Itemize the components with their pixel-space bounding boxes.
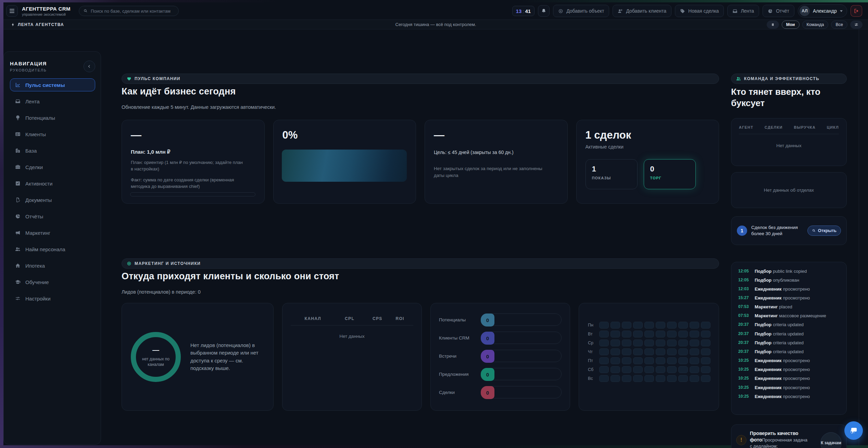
tile-showings[interactable]: 1 ПОКАЗЫ <box>586 159 638 189</box>
funnel-track: 0 <box>481 368 562 380</box>
filter-mine[interactable]: Мои <box>782 21 800 29</box>
heatmap-cell <box>690 357 699 364</box>
departments-empty: Нет данных об отделах <box>764 188 814 193</box>
sidebar-item-base[interactable]: База <box>10 144 95 157</box>
go-to-tasks-button[interactable]: К задачам <box>820 432 842 448</box>
heatmap-cell <box>599 357 609 364</box>
feed-bar-title: ЛЕНТА АГЕНТСТВА <box>11 22 64 27</box>
lightning-icon <box>11 23 15 27</box>
sidebar-item-education[interactable]: Обучение <box>10 276 95 289</box>
new-deal-label: Новая сделка <box>688 8 719 14</box>
notifications-button[interactable] <box>538 5 550 17</box>
search-input[interactable] <box>91 9 174 14</box>
add-client-label: Добавить клиента <box>626 8 666 14</box>
user-menu[interactable]: АЛ Александр <box>798 4 847 17</box>
logout-button[interactable] <box>851 5 862 17</box>
chat-fab[interactable] <box>844 421 863 440</box>
user-name: Александр <box>813 8 837 14</box>
heatmap-cell <box>678 366 688 373</box>
sidebar-item-deals[interactable]: Сделки <box>10 161 95 174</box>
team-section-label: КОМАНДА И ЭФФЕКТИВНОСТЬ <box>744 76 819 81</box>
feed-settings-button[interactable] <box>850 21 863 29</box>
pause-icon <box>771 23 775 27</box>
funnel-value-badge: 0 <box>481 368 494 381</box>
heatmap-cell <box>611 375 620 382</box>
log-entry: 20:37Подборcriteria updated <box>731 347 846 356</box>
open-stale-deals-button[interactable]: Открыть <box>807 226 841 236</box>
stale-label: Сделок без движения более 30 дней <box>751 225 803 236</box>
heatmap-cell <box>656 331 665 337</box>
sidebar-item-leads[interactable]: Потенциалы <box>10 111 95 124</box>
column-cps: CPS <box>366 316 389 321</box>
heatmap-day-label: Ср <box>588 341 596 345</box>
filter-all[interactable]: Все <box>831 21 847 29</box>
agents-table-columns: АГЕНТ СДЕЛКИ ВЫРУЧКА ЦИКЛ <box>739 125 839 134</box>
feed-button[interactable]: Лента <box>727 5 759 17</box>
background-gradient-left <box>0 0 3 448</box>
heatmap-cell <box>633 366 643 373</box>
log-entry: 20:37Подборcriteria updated <box>731 320 846 329</box>
sidebar-item-marketing[interactable]: Маркетинг <box>10 226 95 239</box>
sidebar-item-label: Клиенты <box>25 131 46 137</box>
report-label: Отчёт <box>776 8 789 14</box>
sidebar-collapse-button[interactable] <box>84 61 95 72</box>
column-revenue: ВЫРУЧКА <box>794 125 816 129</box>
global-search[interactable] <box>79 6 179 16</box>
column-channel: КАНАЛ <box>293 316 333 321</box>
pulse-section-header: ПУЛЬС КОМПАНИИ <box>122 74 719 84</box>
sidebar: НАВИГАЦИЯ РУКОВОДИТЕЛЬ Пульс системы Лен… <box>3 51 101 445</box>
avatar: АЛ <box>800 6 810 16</box>
heatmap-cell <box>667 357 677 364</box>
heatmap-cell <box>644 322 654 329</box>
new-deal-button[interactable]: Новая сделка <box>675 5 724 17</box>
report-button[interactable]: Отчёт <box>763 5 794 17</box>
menu-button[interactable] <box>6 5 18 17</box>
marketing-row: — нет данных по каналам Нет лидов (потен… <box>122 303 719 411</box>
sidebar-item-pulse[interactable]: Пульс системы <box>10 78 95 91</box>
pulse-title: Как идёт бизнес сегодня <box>122 86 236 97</box>
chevron-down-icon <box>840 10 843 12</box>
heatmap-cell <box>599 331 609 337</box>
id-card-icon <box>15 131 21 137</box>
tile-bidding[interactable]: 0 ТОРГ <box>644 159 696 189</box>
sidebar-item-label: Документы <box>25 197 52 203</box>
sidebar-item-activities[interactable]: Активности <box>10 177 95 190</box>
pulse-subtitle: Обновление каждые 5 минут. Данные загруж… <box>122 104 276 110</box>
add-client-button[interactable]: Добавить клиента <box>613 5 671 17</box>
sidebar-item-mortgage[interactable]: Ипотека <box>10 259 95 272</box>
bell-icon <box>541 8 546 14</box>
graduation-cap-icon <box>15 279 21 285</box>
tile-bidding-label: ТОРГ <box>650 176 689 180</box>
log-entry: 20:37Подборcriteria updated <box>731 329 846 338</box>
sidebar-item-feed[interactable]: Лента <box>10 95 95 108</box>
filter-team[interactable]: Команда <box>802 21 829 29</box>
sidebar-item-label: Сделки <box>25 164 43 170</box>
sidebar-item-hiring[interactable]: Найм персонала <box>10 243 95 256</box>
kpi-card-deals: 1 сделок Активные сделки 1 ПОКАЗЫ 0 ТОРГ <box>576 120 719 204</box>
activity-log-card: 12:05Подборpublic link copied 12:05Подбо… <box>731 262 847 415</box>
sidebar-item-reports[interactable]: Отчёты <box>10 210 95 223</box>
header-actions: 13 : 41 Добавить объект Добавить клиента… <box>512 4 862 17</box>
heatmap-cell <box>701 357 710 364</box>
chat-bubbles-icon <box>850 426 858 435</box>
heatmap-cell <box>656 340 665 346</box>
marketing-title: Откуда приходят клиенты и сколько они ст… <box>122 271 339 282</box>
sidebar-item-documents[interactable]: Документы <box>10 193 95 206</box>
heatmap-cell <box>622 331 631 337</box>
clock-minutes: 41 <box>525 8 531 14</box>
sidebar-item-settings[interactable]: Настройки <box>10 292 95 305</box>
channels-table-empty: Нет данных <box>291 334 413 339</box>
add-object-button[interactable]: Добавить объект <box>553 5 609 17</box>
heatmap-cell <box>599 348 609 355</box>
sidebar-item-clients[interactable]: Клиенты <box>10 128 95 141</box>
heatmap-cell <box>701 322 710 329</box>
percent-value: 0% <box>282 129 407 141</box>
megaphone-icon <box>15 230 21 235</box>
heatmap-cell <box>611 357 620 364</box>
pause-feed-button[interactable] <box>767 21 779 29</box>
overdue-task-card: ! Проверить качество фотоПросроченная за… <box>731 424 847 448</box>
sliders-icon <box>15 296 21 301</box>
donut-label: нет данных по каналам <box>138 357 174 367</box>
funnel-value-badge: 0 <box>481 386 494 399</box>
funnel-card: Потенциалы 0 Клиенты CRM 0 Встречи 0 Пре… <box>430 303 570 411</box>
